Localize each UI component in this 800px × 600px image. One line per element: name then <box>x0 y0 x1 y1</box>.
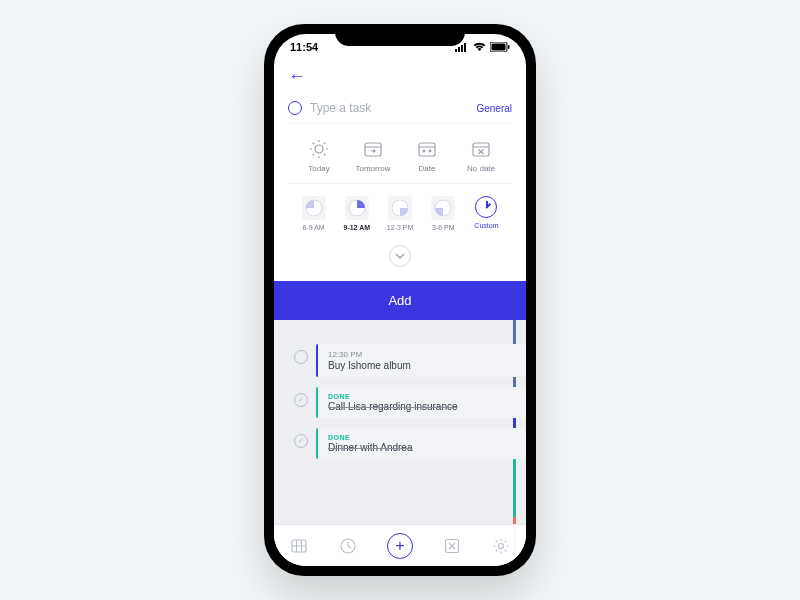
svg-rect-2 <box>461 45 463 52</box>
back-button[interactable]: ← <box>288 66 512 87</box>
collapse-button[interactable] <box>389 245 411 267</box>
task-item[interactable]: ✓ DONE Call Lisa regarding insurance <box>294 387 526 418</box>
time-option-label: 3-6 PM <box>432 224 455 231</box>
svg-line-12 <box>313 143 314 144</box>
svg-point-21 <box>429 150 431 152</box>
chevron-down-icon <box>395 253 405 259</box>
svg-rect-5 <box>492 44 506 51</box>
wifi-icon <box>473 42 486 52</box>
svg-point-38 <box>499 543 504 548</box>
svg-rect-22 <box>473 143 489 156</box>
plus-icon: + <box>395 537 404 555</box>
task-input[interactable] <box>310 101 468 115</box>
status-indicators <box>455 42 510 52</box>
svg-line-14 <box>313 154 314 155</box>
tasks-area: 12:30 PM Buy Ishome album ✓ DONE Call Li… <box>274 320 526 566</box>
nav-history-button[interactable] <box>337 535 359 557</box>
task-title: Dinner with Andrea <box>328 442 516 453</box>
task-status: DONE <box>328 393 516 400</box>
svg-rect-3 <box>464 43 466 52</box>
task-card: 12:30 PM Buy Ishome album <box>316 344 526 377</box>
nav-settings-button[interactable] <box>490 535 512 557</box>
nav-cancel-button[interactable] <box>441 535 463 557</box>
time-option-9-12[interactable]: 9-12 AM <box>335 196 378 231</box>
date-option-label: Tomorrow <box>355 164 390 173</box>
pie-icon <box>345 196 369 220</box>
date-option-date[interactable]: Date <box>400 138 454 173</box>
svg-rect-16 <box>365 143 381 156</box>
svg-rect-18 <box>419 143 435 156</box>
time-option-custom[interactable]: Custom <box>465 196 508 231</box>
task-checkbox-done[interactable]: ✓ <box>294 393 308 407</box>
sun-icon <box>308 138 330 160</box>
time-option-6-9[interactable]: 6-9 AM <box>292 196 335 231</box>
time-option-label: 6-9 AM <box>303 224 325 231</box>
gear-icon <box>492 537 510 555</box>
time-option-label: Custom <box>474 222 498 229</box>
time-option-3-6[interactable]: 3-6 PM <box>422 196 465 231</box>
task-card: DONE Call Lisa regarding insurance <box>316 387 526 418</box>
date-option-tomorrow[interactable]: Tomorrow <box>346 138 400 173</box>
task-status: DONE <box>328 434 516 441</box>
bottom-nav: + <box>274 524 526 566</box>
pie-icon <box>431 196 455 220</box>
fade-overlay <box>274 320 526 332</box>
task-input-row: General <box>288 97 512 124</box>
task-card: DONE Dinner with Andrea <box>316 428 526 459</box>
task-checkbox-done[interactable]: ✓ <box>294 434 308 448</box>
calendar-dots-icon <box>416 138 438 160</box>
task-time: 12:30 PM <box>328 350 516 359</box>
pie-icon <box>302 196 326 220</box>
clock-icon <box>475 196 497 218</box>
time-option-label: 9-12 AM <box>344 224 371 231</box>
notch <box>335 24 465 46</box>
svg-point-7 <box>315 145 323 153</box>
task-checkbox[interactable] <box>294 350 308 364</box>
history-icon <box>339 537 357 555</box>
collapse-row <box>288 241 512 275</box>
calendar-x-icon <box>470 138 492 160</box>
x-box-icon <box>443 537 461 555</box>
task-item[interactable]: 12:30 PM Buy Ishome album <box>294 344 526 377</box>
phone-frame: 11:54 ← General Today <box>264 24 536 576</box>
task-item[interactable]: ✓ DONE Dinner with Andrea <box>294 428 526 459</box>
task-circle-icon <box>288 101 302 115</box>
date-options-row: Today Tomorrow Date <box>288 128 512 184</box>
pie-icon <box>388 196 412 220</box>
date-option-today[interactable]: Today <box>292 138 346 173</box>
category-label[interactable]: General <box>476 103 512 114</box>
nav-add-button[interactable]: + <box>387 533 413 559</box>
task-title: Buy Ishome album <box>328 360 516 371</box>
add-button[interactable]: Add <box>274 281 526 320</box>
date-option-label: No date <box>467 164 495 173</box>
svg-line-13 <box>324 154 325 155</box>
nav-calendar-button[interactable] <box>288 535 310 557</box>
svg-line-15 <box>324 143 325 144</box>
task-title: Call Lisa regarding insurance <box>328 401 516 412</box>
date-option-label: Date <box>419 164 436 173</box>
date-option-nodate[interactable]: No date <box>454 138 508 173</box>
time-options-row: 6-9 AM 9-12 AM 12-3 PM <box>288 184 512 241</box>
grid-icon <box>290 537 308 555</box>
svg-rect-0 <box>455 49 457 52</box>
svg-rect-6 <box>508 45 510 49</box>
svg-rect-1 <box>458 47 460 52</box>
time-option-label: 12-3 PM <box>387 224 413 231</box>
screen: 11:54 ← General Today <box>274 34 526 566</box>
time-option-12-3[interactable]: 12-3 PM <box>378 196 421 231</box>
status-time: 11:54 <box>290 41 318 53</box>
date-option-label: Today <box>308 164 329 173</box>
battery-icon <box>490 42 510 52</box>
svg-point-20 <box>423 150 425 152</box>
top-panel: ← General Today Tomorrow <box>274 34 526 281</box>
calendar-arrow-icon <box>362 138 384 160</box>
